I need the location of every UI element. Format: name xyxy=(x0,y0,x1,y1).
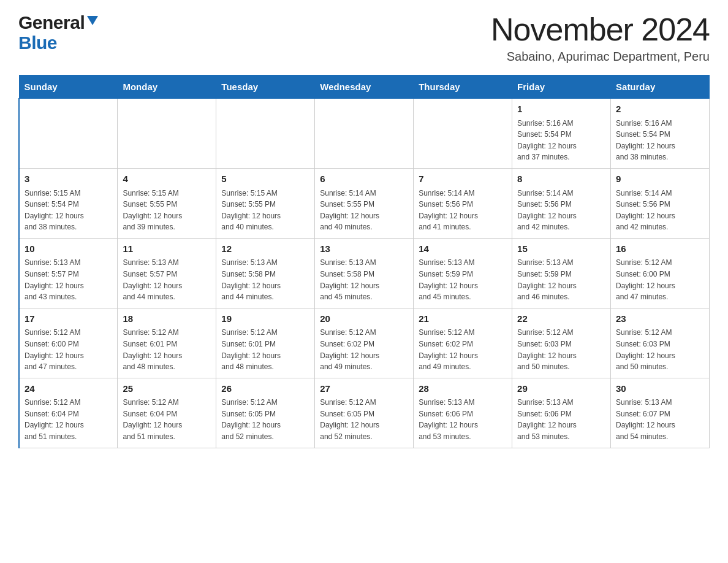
day-number: 18 xyxy=(123,312,211,326)
calendar-cell: 3Sunrise: 5:15 AM Sunset: 5:54 PM Daylig… xyxy=(19,169,118,239)
calendar-week-row: 10Sunrise: 5:13 AM Sunset: 5:57 PM Dayli… xyxy=(19,238,710,308)
calendar-cell: 1Sunrise: 5:16 AM Sunset: 5:54 PM Daylig… xyxy=(512,99,611,169)
day-number: 6 xyxy=(320,172,408,186)
logo-triangle-icon xyxy=(87,16,98,25)
day-info: Sunrise: 5:13 AM Sunset: 5:59 PM Dayligh… xyxy=(517,257,605,302)
day-info: Sunrise: 5:13 AM Sunset: 6:07 PM Dayligh… xyxy=(616,397,704,442)
day-number: 27 xyxy=(320,382,408,396)
calendar-header: SundayMondayTuesdayWednesdayThursdayFrid… xyxy=(19,75,710,99)
calendar-cell: 15Sunrise: 5:13 AM Sunset: 5:59 PM Dayli… xyxy=(512,238,611,308)
calendar-cell xyxy=(216,99,315,169)
day-number: 21 xyxy=(419,312,507,326)
calendar-cell: 23Sunrise: 5:12 AM Sunset: 6:03 PM Dayli… xyxy=(611,308,710,378)
calendar-cell: 20Sunrise: 5:12 AM Sunset: 6:02 PM Dayli… xyxy=(315,308,414,378)
day-number: 16 xyxy=(616,242,704,256)
calendar-table: SundayMondayTuesdayWednesdayThursdayFrid… xyxy=(18,75,710,448)
logo-blue-text: Blue xyxy=(18,33,98,53)
weekday-header-friday: Friday xyxy=(512,75,611,99)
day-info: Sunrise: 5:12 AM Sunset: 6:00 PM Dayligh… xyxy=(25,327,112,372)
day-number: 3 xyxy=(25,172,112,186)
day-info: Sunrise: 5:12 AM Sunset: 6:05 PM Dayligh… xyxy=(320,397,408,442)
day-number: 2 xyxy=(616,102,704,117)
day-number: 9 xyxy=(616,172,704,186)
calendar-cell: 29Sunrise: 5:13 AM Sunset: 6:06 PM Dayli… xyxy=(512,378,611,448)
day-number: 29 xyxy=(517,382,605,396)
location-subtitle: Sabaino, Apurimac Department, Peru xyxy=(491,50,710,64)
day-info: Sunrise: 5:12 AM Sunset: 6:01 PM Dayligh… xyxy=(221,327,309,372)
day-info: Sunrise: 5:12 AM Sunset: 6:02 PM Dayligh… xyxy=(419,327,507,372)
day-info: Sunrise: 5:15 AM Sunset: 5:55 PM Dayligh… xyxy=(221,188,309,233)
day-info: Sunrise: 5:13 AM Sunset: 5:59 PM Dayligh… xyxy=(419,257,507,302)
weekday-header-wednesday: Wednesday xyxy=(315,75,414,99)
day-number: 28 xyxy=(419,382,507,396)
day-number: 10 xyxy=(25,242,112,256)
calendar-cell: 21Sunrise: 5:12 AM Sunset: 6:02 PM Dayli… xyxy=(414,308,512,378)
calendar-week-row: 3Sunrise: 5:15 AM Sunset: 5:54 PM Daylig… xyxy=(19,169,710,239)
day-info: Sunrise: 5:16 AM Sunset: 5:54 PM Dayligh… xyxy=(616,118,704,163)
day-number: 15 xyxy=(517,242,605,256)
logo: General Blue xyxy=(18,12,98,53)
day-info: Sunrise: 5:13 AM Sunset: 5:57 PM Dayligh… xyxy=(123,257,211,302)
day-info: Sunrise: 5:14 AM Sunset: 5:55 PM Dayligh… xyxy=(320,188,408,233)
day-number: 5 xyxy=(221,172,309,186)
calendar-week-row: 1Sunrise: 5:16 AM Sunset: 5:54 PM Daylig… xyxy=(19,99,710,169)
calendar-cell xyxy=(19,99,118,169)
calendar-cell: 22Sunrise: 5:12 AM Sunset: 6:03 PM Dayli… xyxy=(512,308,611,378)
day-number: 11 xyxy=(123,242,211,256)
day-info: Sunrise: 5:16 AM Sunset: 5:54 PM Dayligh… xyxy=(517,118,605,163)
day-number: 7 xyxy=(419,172,507,186)
calendar-cell: 19Sunrise: 5:12 AM Sunset: 6:01 PM Dayli… xyxy=(216,308,315,378)
calendar-cell: 9Sunrise: 5:14 AM Sunset: 5:56 PM Daylig… xyxy=(611,169,710,239)
calendar-cell: 24Sunrise: 5:12 AM Sunset: 6:04 PM Dayli… xyxy=(19,378,118,448)
day-info: Sunrise: 5:12 AM Sunset: 6:03 PM Dayligh… xyxy=(616,327,704,372)
calendar-cell: 11Sunrise: 5:13 AM Sunset: 5:57 PM Dayli… xyxy=(118,238,216,308)
page-header: General Blue November 2024 Sabaino, Apur… xyxy=(18,12,710,64)
day-number: 4 xyxy=(123,172,211,186)
day-info: Sunrise: 5:12 AM Sunset: 6:04 PM Dayligh… xyxy=(25,397,112,442)
calendar-cell: 17Sunrise: 5:12 AM Sunset: 6:00 PM Dayli… xyxy=(19,308,118,378)
day-number: 30 xyxy=(616,382,704,396)
day-number: 14 xyxy=(419,242,507,256)
day-info: Sunrise: 5:12 AM Sunset: 6:01 PM Dayligh… xyxy=(123,327,211,372)
calendar-cell: 25Sunrise: 5:12 AM Sunset: 6:04 PM Dayli… xyxy=(118,378,216,448)
calendar-cell: 5Sunrise: 5:15 AM Sunset: 5:55 PM Daylig… xyxy=(216,169,315,239)
day-number: 17 xyxy=(25,312,112,326)
day-number: 22 xyxy=(517,312,605,326)
day-info: Sunrise: 5:15 AM Sunset: 5:54 PM Dayligh… xyxy=(25,188,112,233)
calendar-body: 1Sunrise: 5:16 AM Sunset: 5:54 PM Daylig… xyxy=(19,99,710,448)
day-info: Sunrise: 5:13 AM Sunset: 6:06 PM Dayligh… xyxy=(517,397,605,442)
title-area: November 2024 Sabaino, Apurimac Departme… xyxy=(491,12,710,64)
weekday-header-row: SundayMondayTuesdayWednesdayThursdayFrid… xyxy=(19,75,710,99)
day-number: 23 xyxy=(616,312,704,326)
weekday-header-thursday: Thursday xyxy=(414,75,512,99)
day-info: Sunrise: 5:12 AM Sunset: 6:04 PM Dayligh… xyxy=(123,397,211,442)
day-info: Sunrise: 5:13 AM Sunset: 5:57 PM Dayligh… xyxy=(25,257,112,302)
calendar-cell: 16Sunrise: 5:12 AM Sunset: 6:00 PM Dayli… xyxy=(611,238,710,308)
day-info: Sunrise: 5:14 AM Sunset: 5:56 PM Dayligh… xyxy=(616,188,704,233)
calendar-cell: 10Sunrise: 5:13 AM Sunset: 5:57 PM Dayli… xyxy=(19,238,118,308)
day-number: 26 xyxy=(221,382,309,396)
day-info: Sunrise: 5:12 AM Sunset: 6:02 PM Dayligh… xyxy=(320,327,408,372)
weekday-header-monday: Monday xyxy=(118,75,216,99)
day-info: Sunrise: 5:12 AM Sunset: 6:00 PM Dayligh… xyxy=(616,257,704,302)
calendar-week-row: 17Sunrise: 5:12 AM Sunset: 6:00 PM Dayli… xyxy=(19,308,710,378)
calendar-cell: 12Sunrise: 5:13 AM Sunset: 5:58 PM Dayli… xyxy=(216,238,315,308)
calendar-cell: 27Sunrise: 5:12 AM Sunset: 6:05 PM Dayli… xyxy=(315,378,414,448)
day-info: Sunrise: 5:13 AM Sunset: 5:58 PM Dayligh… xyxy=(320,257,408,302)
calendar-cell: 2Sunrise: 5:16 AM Sunset: 5:54 PM Daylig… xyxy=(611,99,710,169)
day-number: 19 xyxy=(221,312,309,326)
day-number: 12 xyxy=(221,242,309,256)
calendar-cell: 30Sunrise: 5:13 AM Sunset: 6:07 PM Dayli… xyxy=(611,378,710,448)
calendar-cell xyxy=(414,99,512,169)
calendar-cell: 4Sunrise: 5:15 AM Sunset: 5:55 PM Daylig… xyxy=(118,169,216,239)
calendar-cell: 8Sunrise: 5:14 AM Sunset: 5:56 PM Daylig… xyxy=(512,169,611,239)
day-info: Sunrise: 5:15 AM Sunset: 5:55 PM Dayligh… xyxy=(123,188,211,233)
day-info: Sunrise: 5:13 AM Sunset: 6:06 PM Dayligh… xyxy=(419,397,507,442)
calendar-cell: 6Sunrise: 5:14 AM Sunset: 5:55 PM Daylig… xyxy=(315,169,414,239)
day-number: 1 xyxy=(517,102,605,117)
calendar-cell xyxy=(315,99,414,169)
day-number: 8 xyxy=(517,172,605,186)
calendar-cell: 7Sunrise: 5:14 AM Sunset: 5:56 PM Daylig… xyxy=(414,169,512,239)
calendar-cell: 18Sunrise: 5:12 AM Sunset: 6:01 PM Dayli… xyxy=(118,308,216,378)
calendar-cell: 13Sunrise: 5:13 AM Sunset: 5:58 PM Dayli… xyxy=(315,238,414,308)
